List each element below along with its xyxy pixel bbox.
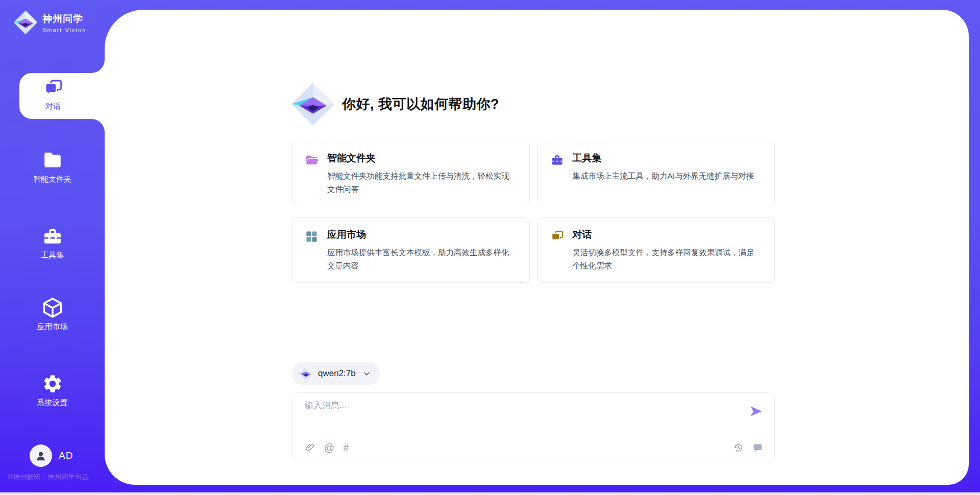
sidebar-item-toolset[interactable]: 工具集 [0,225,105,260]
card-title: 工具集 [573,152,754,165]
horizontal-scrollbar[interactable] [0,492,980,495]
card-title: 应用市场 [327,228,517,241]
history-icon [733,442,744,453]
card-description: 应用市场提供丰富长文本模板，助力高效生成多样化文章内容 [327,246,517,273]
main-panel: 你好, 我可以如何帮助你? 智能文件夹 智能文件夹功能支持批量文件上传与清洗，轻… [105,10,969,485]
sidebar-item-settings[interactable]: 系统设置 [0,372,105,408]
sidebar-item-smart-folder[interactable]: 智能文件夹 [0,148,105,184]
user-initials: AD [59,450,73,461]
app-title: 神州问学 [42,12,86,26]
app-logo: 神州问学 Smart Vision [13,10,86,35]
paperclip-icon [305,442,315,453]
sidebar-item-label: 工具集 [0,251,105,260]
greeting-title: 你好, 我可以如何帮助你? [342,95,499,113]
greeting-diamond-icon [291,82,335,126]
mention-button[interactable]: @ [324,442,334,453]
attach-file-button[interactable] [305,442,315,453]
model-name: qwen2:7b [318,368,356,379]
history-button[interactable] [733,442,744,453]
card-chat[interactable]: 对话 灵活切换多模型文件，支持多样回复效果调试，满足个性化需求 [537,217,775,283]
sidebar-item-label: 智能文件夹 [0,175,105,184]
gear-icon [42,373,63,394]
card-description: 灵活切换多模型文件，支持多样回复效果调试，满足个性化需求 [573,246,763,273]
cube-icon [42,297,63,318]
chat-icon [550,230,564,243]
composer: @ # [292,392,775,462]
model-selector[interactable]: qwen2:7b [292,362,380,385]
chat-icon [43,78,63,98]
card-smart-folder[interactable]: 智能文件夹 智能文件夹功能支持批量文件上传与清洗，轻松实现文件问答 [292,141,530,206]
card-app-market[interactable]: 应用市场 应用市场提供丰富长文本模板，助力高效生成多样化文章内容 [292,217,530,283]
sidebar-item-app-market[interactable]: 应用市场 [0,296,105,332]
app-window: 神州问学 Smart Vision 对话 智能文件夹 工具集 应用市场 系统设置 [0,0,980,495]
sidebar: 神州问学 Smart Vision 对话 智能文件夹 工具集 应用市场 系统设置 [0,0,105,495]
send-button[interactable] [749,404,763,418]
card-title: 智能文件夹 [327,152,517,165]
feedback-button[interactable] [752,442,763,453]
card-title: 对话 [573,228,763,241]
toolbox-icon [550,153,564,167]
composer-toolbar: @ # [305,433,763,462]
chevron-down-icon [363,370,371,378]
folder-open-icon [305,153,318,167]
message-input[interactable] [305,400,733,428]
card-toolset[interactable]: 工具集 集成市场上主流工具，助力AI与外界无缝扩展与对接 [537,141,775,206]
tab-fillet-bottom [91,119,105,132]
feature-cards: 智能文件夹 智能文件夹功能支持批量文件上传与清洗，轻松实现文件问答 工具集 集成… [292,141,775,283]
tab-fillet-top [91,60,105,73]
greeting: 你好, 我可以如何帮助你? [291,82,499,126]
model-diamond-icon [299,367,313,381]
hash-button[interactable]: # [343,442,349,453]
send-icon [749,404,763,418]
card-description: 智能文件夹功能支持批量文件上传与清洗，轻松实现文件问答 [327,169,517,196]
footer-copyright: ©神州数码 · 神州问学出品 [8,473,89,482]
toolbox-icon [42,226,63,247]
folder-icon [42,150,63,171]
person-icon [34,449,47,462]
avatar [30,444,52,467]
card-description: 集成市场上主流工具，助力AI与外界无缝扩展与对接 [573,169,754,183]
app-tagline: Smart Vision [42,27,86,33]
sidebar-item-chat[interactable]: 对话 [19,73,107,119]
user-profile[interactable]: AD [30,444,73,467]
grid-icon [305,230,318,243]
sidebar-item-label: 系统设置 [0,398,105,408]
chat-bubble-icon [752,442,763,453]
sidebar-item-label: 应用市场 [0,322,105,332]
brand-diamond-icon [13,10,38,35]
sidebar-item-label: 对话 [19,102,87,111]
